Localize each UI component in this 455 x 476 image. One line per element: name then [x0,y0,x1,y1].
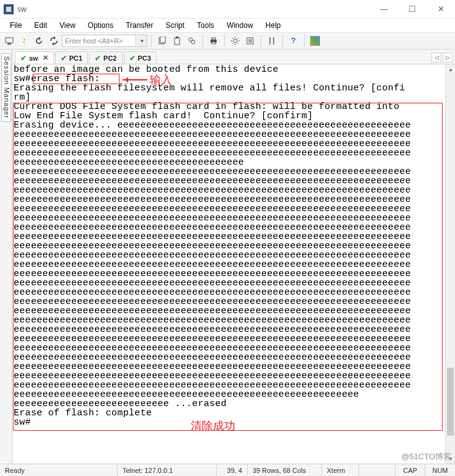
toolbar-separator [304,35,305,47]
toolbar-connect-icon[interactable] [2,34,16,48]
status-terminal-type: Xterm [322,464,359,476]
toolbar-find-icon[interactable] [185,34,199,48]
toolbar-reconnect-icon[interactable] [32,34,46,48]
toolbar-paste-icon[interactable] [170,34,184,48]
session-manager-tab[interactable]: Session Manager [0,50,12,464]
tab-label: PC2 [103,54,116,62]
status-check-icon: ✔ [20,54,27,63]
toolbar-separator [282,35,283,47]
session-tabs: ✔ sw ✕ ✔ PC1 ✔ PC2 ✔ PC3 ◁ ▷ [12,50,455,64]
scroll-up-icon[interactable]: ▲ [446,64,455,74]
status-state: Ready [0,464,118,476]
svg-rect-1 [7,43,11,45]
window-controls: — ☐ ✕ [370,0,455,19]
tab-label: PC1 [69,54,82,62]
content-column: ✔ sw ✕ ✔ PC1 ✔ PC2 ✔ PC3 ◁ ▷ before [12,50,455,464]
close-button[interactable]: ✕ [427,0,455,19]
tab-nav: ◁ ▷ [431,53,453,64]
terminal-wrap: before an image can be booted from this … [12,64,455,464]
tab-label: PC3 [138,54,151,62]
menu-tools[interactable]: Tools [191,20,220,31]
svg-rect-11 [212,42,215,44]
minimize-button[interactable]: — [370,0,398,19]
terminal-output[interactable]: before an image can be booted from this … [12,64,445,464]
svg-rect-18 [273,37,274,45]
work-area: Session Manager ✔ sw ✕ ✔ PC1 ✔ PC2 ✔ PC3 [0,50,455,464]
tab-pc1[interactable]: ✔ PC1 [55,51,88,64]
status-cursor: 39, 4 [217,464,248,476]
toolbar-session-options-icon[interactable] [243,34,257,48]
status-telnet: Telnet: 127.0.0.1 [118,464,217,476]
terminal-scrollbar[interactable]: ▲ ▼ [445,64,455,464]
svg-rect-6 [176,37,178,38]
host-placeholder: Enter host <Alt+R> [65,37,123,45]
menu-file[interactable]: File [4,20,28,31]
svg-marker-2 [23,37,25,45]
toolbar-color-icon[interactable] [308,34,322,48]
title-bar: sw — ☐ ✕ [0,0,455,19]
menu-script[interactable]: Script [159,20,191,31]
svg-point-12 [233,39,237,43]
svg-rect-0 [6,38,13,43]
svg-point-8 [191,40,195,44]
toolbar-separator [202,35,203,47]
toolbar-separator [261,35,261,47]
toolbar-separator [151,35,152,47]
session-manager-label: Session Manager [1,53,11,122]
toolbar: Enter host <Alt+R> ▼ ? [0,32,455,50]
tab-next-icon[interactable]: ▷ [443,53,453,63]
status-capslock: CAP [396,464,425,476]
app-icon [4,4,14,14]
maximize-button[interactable]: ☐ [398,0,427,19]
watermark: @51CTO博客 [401,451,451,462]
menu-window[interactable]: Window [220,20,259,31]
toolbar-help-icon[interactable]: ? [287,34,300,48]
tab-prev-icon[interactable]: ◁ [431,53,441,63]
toolbar-disconnect-icon[interactable] [47,34,61,48]
status-bar: Ready Telnet: 127.0.0.1 39, 4 39 Rows, 6… [0,464,455,476]
toolbar-print-icon[interactable] [207,34,220,48]
toolbar-copy-icon[interactable] [155,34,169,48]
status-numlock: NUM [425,464,455,476]
menu-bar: File Edit View Options Transfer Script T… [0,19,455,32]
svg-rect-5 [175,38,180,45]
host-input[interactable]: Enter host <Alt+R> [62,35,136,47]
menu-edit[interactable]: Edit [28,20,53,31]
scroll-thumb[interactable] [447,368,454,436]
status-dimensions: 39 Rows, 68 Cols [248,464,322,476]
toolbar-toggle-icon[interactable] [265,34,279,48]
svg-rect-17 [269,37,271,45]
menu-options[interactable]: Options [82,20,119,31]
tab-sw[interactable]: ✔ sw ✕ [15,51,54,64]
tab-pc3[interactable]: ✔ PC3 [124,51,157,64]
close-tab-icon[interactable]: ✕ [43,54,48,62]
tab-label: sw [29,54,38,62]
toolbar-quick-connect-icon[interactable] [17,34,31,48]
tab-pc2[interactable]: ✔ PC2 [89,51,122,64]
status-check-icon: ✔ [61,54,67,63]
status-check-icon: ✔ [95,54,101,63]
host-dropdown-icon[interactable]: ▼ [137,35,147,47]
menu-help[interactable]: Help [259,20,287,31]
svg-rect-10 [212,38,215,40]
toolbar-settings-icon[interactable] [228,34,242,48]
menu-transfer[interactable]: Transfer [119,20,159,31]
toolbar-separator [224,35,225,47]
status-check-icon: ✔ [129,54,136,63]
window-title: sw [17,5,27,14]
status-spacer [359,464,396,476]
menu-view[interactable]: View [53,20,82,31]
svg-rect-4 [160,37,165,43]
